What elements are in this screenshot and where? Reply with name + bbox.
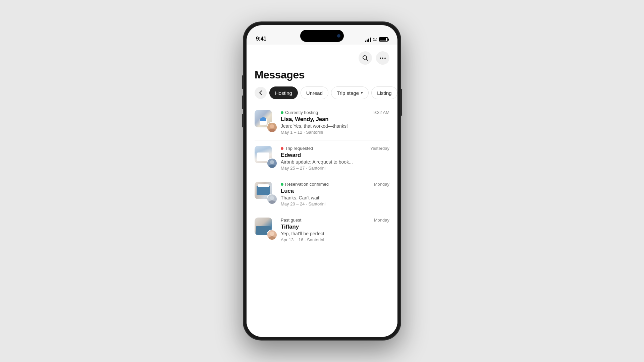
message-status: Trip requested	[281, 146, 313, 151]
user-avatar	[267, 122, 277, 133]
message-meta: May 25 – 27 · Santorini	[281, 166, 389, 171]
avatar-container	[255, 146, 276, 167]
filter-chip-unread[interactable]: Unread	[301, 86, 328, 99]
back-arrow-icon	[259, 90, 262, 96]
message-item[interactable]: Currently hosting 9:32 AM Lisa, Wendy, J…	[255, 105, 389, 140]
status-dot-green	[281, 183, 283, 186]
more-options-button[interactable]	[376, 51, 389, 65]
user-avatar	[267, 194, 277, 204]
status-dot-red	[281, 147, 283, 150]
message-preview: Jean: Yes, that worked—thanks!	[281, 123, 389, 129]
status-time: 9:41	[256, 36, 266, 42]
message-header: Currently hosting 9:32 AM	[281, 110, 389, 115]
message-meta: May 1 – 12 · Santorini	[281, 130, 389, 135]
message-preview: Airbnb update: A request to book...	[281, 159, 389, 165]
message-time: Yesterday	[370, 146, 389, 151]
message-content: Trip requested Yesterday Edward Airbnb u…	[281, 146, 389, 171]
volume-down-button	[242, 114, 243, 127]
message-time: Monday	[374, 182, 389, 187]
signal-icon	[365, 37, 371, 42]
message-content: Past guest Monday Tiffany Yep, that'll b…	[281, 218, 389, 242]
message-preview: Thanks. Can't wait!	[281, 195, 389, 200]
avatar-container	[255, 218, 276, 239]
filter-chip-listing[interactable]: Listing	[371, 86, 397, 99]
message-time: Monday	[374, 218, 389, 223]
phone-wrapper: 9:41 𝍒	[243, 22, 401, 340]
message-name: Luca	[281, 188, 389, 194]
message-content: Reservation confirmed Monday Luca Thanks…	[281, 182, 389, 206]
more-icon	[380, 57, 386, 59]
message-time: 9:32 AM	[373, 110, 389, 115]
message-status: Reservation confirmed	[281, 182, 329, 187]
svg-point-3	[382, 57, 383, 59]
filter-chip-hosting[interactable]: Hosting	[269, 86, 298, 99]
message-status: Currently hosting	[281, 110, 318, 115]
message-name: Tiffany	[281, 224, 389, 230]
chevron-down-icon: ▾	[361, 91, 363, 95]
message-status: Past guest	[281, 218, 301, 223]
header	[247, 45, 397, 69]
message-list: Currently hosting 9:32 AM Lisa, Wendy, J…	[247, 105, 397, 248]
phone-frame: 9:41 𝍒	[243, 22, 401, 340]
search-button[interactable]	[359, 51, 372, 65]
avatar-container	[255, 182, 276, 203]
message-item[interactable]: Trip requested Yesterday Edward Airbnb u…	[255, 140, 389, 176]
message-content: Currently hosting 9:32 AM Lisa, Wendy, J…	[281, 110, 389, 135]
svg-point-4	[384, 57, 386, 59]
battery-icon	[379, 37, 388, 42]
message-meta: Apr 13 – 16 · Santorini	[281, 237, 389, 242]
filter-back-button[interactable]	[255, 87, 267, 99]
volume-up-button	[242, 96, 243, 109]
message-header: Past guest Monday	[281, 218, 389, 223]
message-header: Trip requested Yesterday	[281, 146, 389, 151]
svg-point-2	[380, 57, 381, 59]
battery-fill	[380, 38, 386, 41]
phone-screen: 9:41 𝍒	[247, 25, 397, 337]
filter-row: Hosting Unread Trip stage ▾ Listing	[247, 86, 397, 105]
message-header: Reservation confirmed Monday	[281, 182, 389, 187]
filter-chip-trip-stage[interactable]: Trip stage ▾	[331, 86, 369, 99]
user-avatar	[267, 158, 277, 169]
avatar-container	[255, 110, 276, 131]
status-icons: 𝍒	[365, 37, 388, 42]
camera-dot	[337, 34, 340, 38]
user-avatar	[267, 230, 277, 240]
search-icon	[362, 55, 368, 61]
dynamic-island	[300, 30, 344, 42]
message-preview: Yep, that'll be perfect.	[281, 231, 389, 236]
svg-line-1	[366, 59, 368, 61]
message-item[interactable]: Past guest Monday Tiffany Yep, that'll b…	[255, 212, 389, 248]
wifi-icon: 𝍒	[373, 37, 377, 42]
message-item[interactable]: Reservation confirmed Monday Luca Thanks…	[255, 176, 389, 212]
message-name: Edward	[281, 152, 389, 159]
status-dot-green	[281, 111, 283, 114]
page-title: Messages	[247, 69, 397, 86]
message-meta: May 20 – 24 · Santorini	[281, 201, 389, 206]
screen-content: Messages Hosting Unread Tri	[247, 45, 397, 337]
message-name: Lisa, Wendy, Jean	[281, 116, 389, 123]
